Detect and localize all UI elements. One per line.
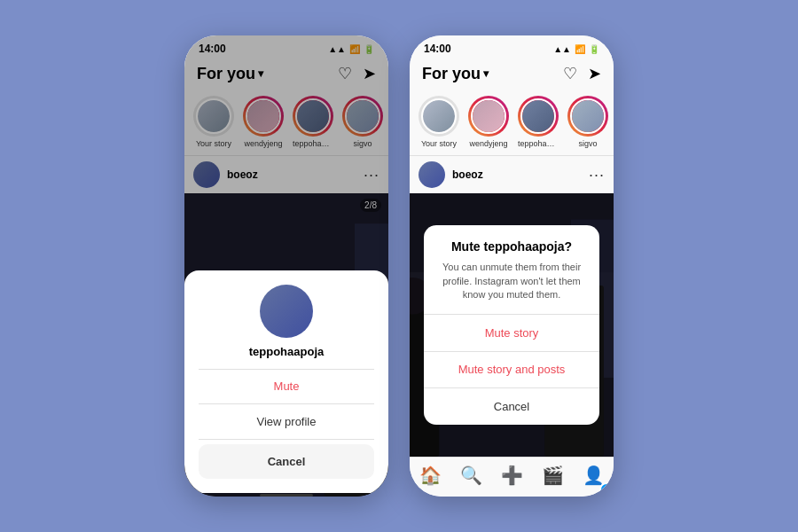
story-sigvo-2[interactable]: sigvo bbox=[567, 96, 608, 148]
scroll-bar-1 bbox=[260, 494, 313, 497]
post-user-avatar-2 bbox=[419, 161, 445, 188]
modal-description: You can unmute them from their profile. … bbox=[424, 261, 599, 314]
story-label-wendy-2: wendyjeng bbox=[469, 139, 507, 148]
mute-modal: Mute teppohaapoja? You can unmute them f… bbox=[424, 225, 599, 425]
add-nav-icon[interactable]: ➕ bbox=[501, 465, 523, 486]
post-image-2: Mute teppohaapoja? You can unmute them f… bbox=[410, 193, 614, 457]
more-options-icon-2[interactable]: ··· bbox=[589, 166, 605, 184]
sheet-cancel-button[interactable]: Cancel bbox=[199, 444, 374, 479]
battery-icon-2: 🔋 bbox=[589, 44, 599, 54]
post-header-2: boeoz ··· bbox=[410, 156, 614, 193]
post-username-2: boeoz bbox=[452, 168, 582, 181]
story-teppo-2[interactable]: teppohaapoja bbox=[518, 96, 559, 148]
chevron-down-icon-2: ▾ bbox=[483, 67, 489, 80]
story-label-sigvo-2: sigvo bbox=[578, 139, 597, 148]
signal-icon-2: ▲▲ bbox=[553, 44, 571, 54]
story-label-teppo-2: teppohaapoja bbox=[518, 139, 559, 148]
story-your-2[interactable]: + Your story bbox=[419, 96, 459, 148]
phone-1: 14:00 ▲▲ 📶 🔋 For you ▾ ♡ ➤ + Your story bbox=[184, 35, 388, 497]
modal-cancel-option[interactable]: Cancel bbox=[424, 388, 599, 425]
header-title-2: For you ▾ bbox=[422, 65, 489, 83]
phone-2: 14:00 ▲▲ 📶 🔋 For you ▾ ♡ ➤ + Your story bbox=[410, 35, 614, 497]
mute-story-option[interactable]: Mute story bbox=[424, 315, 599, 351]
send-icon-2[interactable]: ➤ bbox=[588, 64, 601, 83]
heart-icon-2[interactable]: ♡ bbox=[563, 64, 577, 83]
story-label-your-2: Your story bbox=[421, 139, 457, 148]
your-story-avatar-2 bbox=[423, 100, 455, 132]
modal-title: Mute teppohaapoja? bbox=[437, 225, 586, 261]
teppo-avatar-2 bbox=[522, 100, 554, 132]
story-wendy-2[interactable]: wendyjeng bbox=[468, 96, 509, 148]
bottom-nav-2: 🏠 🔍 ➕ 🎬 👤 bbox=[410, 457, 614, 497]
sheet-card-1: teppohaapoja Mute View profile Cancel bbox=[184, 270, 388, 494]
view-profile-option[interactable]: View profile bbox=[199, 404, 374, 439]
reels-nav-icon[interactable]: 🎬 bbox=[542, 465, 564, 486]
stories-bar-2: + Your story wendyjeng teppohaapoja bbox=[410, 89, 614, 156]
home-nav-icon[interactable]: 🏠 bbox=[419, 465, 442, 486]
sheet-divider-3 bbox=[199, 439, 374, 440]
search-nav-icon[interactable]: 🔍 bbox=[460, 465, 482, 486]
header-2: For you ▾ ♡ ➤ bbox=[410, 59, 614, 89]
wendy-avatar-2 bbox=[473, 100, 505, 132]
scroll-indicator-1 bbox=[184, 493, 388, 497]
status-icons-2: ▲▲ 📶 🔋 bbox=[553, 44, 599, 54]
profile-nav-icon[interactable]: 👤 bbox=[583, 465, 605, 486]
modal-overlay-2: Mute teppohaapoja? You can unmute them f… bbox=[410, 193, 614, 457]
sheet-username-1: teppohaapoja bbox=[249, 345, 325, 358]
sigvo-avatar-2 bbox=[572, 100, 604, 132]
bottom-sheet-1: teppohaapoja Mute View profile Cancel bbox=[184, 35, 388, 497]
sheet-avatar-1 bbox=[260, 285, 313, 338]
mute-story-posts-option[interactable]: Mute story and posts bbox=[424, 351, 599, 387]
wifi-icon-2: 📶 bbox=[575, 44, 585, 54]
status-time-2: 14:00 bbox=[424, 43, 451, 55]
header-icons-2: ♡ ➤ bbox=[563, 64, 601, 83]
status-bar-2: 14:00 ▲▲ 📶 🔋 bbox=[410, 35, 614, 59]
mute-option[interactable]: Mute bbox=[199, 369, 374, 403]
